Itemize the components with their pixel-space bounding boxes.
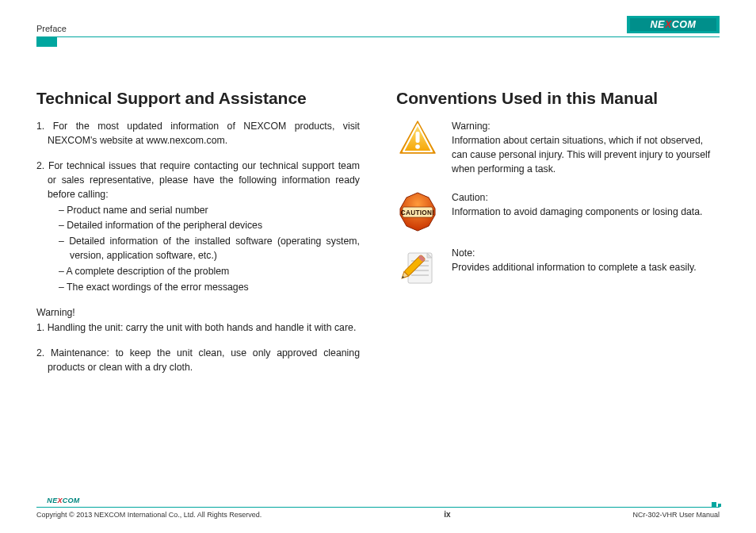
logo-post: COM bbox=[672, 19, 697, 30]
caution-body: Information to avoid damaging components… bbox=[452, 205, 720, 220]
footer-doc-name: NCr-302-VHR User Manual bbox=[632, 511, 720, 519]
support-item-2-text: 2. For technical issues that require con… bbox=[48, 159, 360, 201]
support-sub-2: Detailed information of the peripheral d… bbox=[70, 219, 360, 233]
support-item-2: 2. For technical issues that require con… bbox=[36, 159, 360, 294]
warning-item-2: 2. Maintenance: to keep the unit clean, … bbox=[36, 347, 360, 375]
header-rule bbox=[36, 36, 720, 37]
header-chip bbox=[36, 37, 57, 47]
footer-logo: NEXCOM bbox=[36, 495, 90, 505]
warning-label: Warning! bbox=[36, 306, 360, 320]
warning-title: Warning: bbox=[452, 120, 720, 134]
warning-item-1: 1. Handling the unit: carry the unit wit… bbox=[36, 321, 360, 336]
note-icon bbox=[396, 247, 439, 288]
right-heading: Conventions Used in this Manual bbox=[396, 86, 720, 110]
left-column: Technical Support and Assistance 1. For … bbox=[36, 86, 360, 386]
footer-page-number: ix bbox=[444, 510, 450, 519]
nexcom-logo: NEXCOM bbox=[627, 16, 720, 33]
svg-rect-0 bbox=[416, 132, 420, 143]
header-section: Preface bbox=[36, 24, 67, 33]
support-sub-3: Detailed information of the installed so… bbox=[70, 235, 360, 263]
warning-body: Information about certain situations, wh… bbox=[452, 134, 720, 176]
note-title: Note: bbox=[452, 247, 720, 261]
support-sub-4: A complete description of the problem bbox=[70, 265, 360, 279]
left-heading: Technical Support and Assistance bbox=[36, 86, 360, 110]
svg-point-1 bbox=[415, 145, 420, 150]
logo-x: X bbox=[665, 19, 672, 30]
footer-ornament bbox=[712, 502, 721, 507]
note-body: Provides additional information to compl… bbox=[452, 261, 720, 275]
footer: NEXCOM Copyright © 2013 NEXCOM Internati… bbox=[36, 495, 720, 519]
support-item-1: 1. For the most updated information of N… bbox=[36, 120, 360, 148]
support-sub-1: Product name and serial number bbox=[70, 204, 360, 218]
support-sub-5: The exact wordings of the error messages bbox=[70, 281, 360, 295]
warning-icon bbox=[396, 120, 439, 156]
footer-copyright: Copyright © 2013 NEXCOM International Co… bbox=[36, 511, 262, 519]
caution-title: Caution: bbox=[452, 191, 720, 205]
right-column: Conventions Used in this Manual bbox=[396, 86, 720, 386]
svg-text:CAUTION!: CAUTION! bbox=[401, 209, 434, 217]
logo-pre: NE bbox=[651, 19, 665, 30]
caution-icon: CAUTION! bbox=[396, 191, 439, 232]
